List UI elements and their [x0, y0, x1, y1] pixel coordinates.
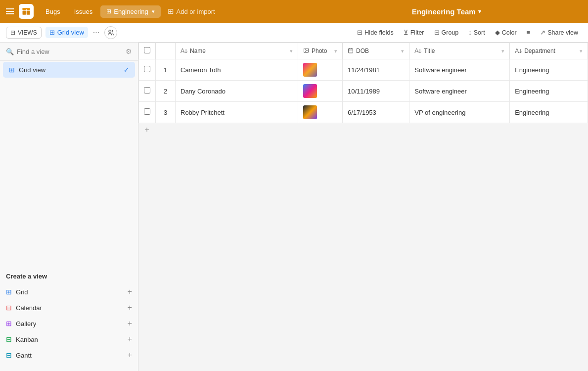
dob-cell[interactable]: 6/17/1953: [343, 102, 409, 123]
top-tabs: Bugs Issues ⊞ Engineering ▾ ⊞ Add or imp…: [40, 4, 311, 18]
table-header-row: Aↆ Name ▾ Photo ▾: [139, 43, 588, 59]
dob-cell[interactable]: 10/11/1989: [343, 81, 409, 102]
table-row[interactable]: 2 Dany Coronado 10/11/1989 Software engi…: [139, 81, 588, 102]
svg-text:▲: ▲: [25, 8, 27, 11]
dob-column-header[interactable]: DOB ▾: [343, 43, 409, 59]
calendar-create-icon: ⊟: [6, 304, 12, 312]
table-area: Aↆ Name ▾ Photo ▾: [138, 43, 588, 371]
collaborators-button[interactable]: [104, 26, 117, 39]
grid-view-icon: ⊞: [9, 66, 15, 74]
kanban-create-icon: ⊟: [6, 335, 12, 343]
toolbar: ⊟ VIEWS ⊞ Grid view ··· ⊟ Hide fields ⊻ …: [0, 23, 588, 43]
dob-cell[interactable]: 11/24/1981: [343, 59, 409, 81]
department-cell[interactable]: Engineering: [510, 59, 588, 81]
photo-thumbnail: [303, 63, 317, 77]
search-icon: 🔍: [6, 48, 14, 55]
row-checkbox[interactable]: [144, 87, 150, 93]
row-checkbox[interactable]: [144, 66, 150, 72]
create-grid-button[interactable]: ⊞ Grid +: [0, 284, 138, 300]
filter-button[interactable]: ⊻ Filter: [400, 26, 428, 39]
add-or-import-button[interactable]: ⊞ Add or import: [163, 4, 220, 18]
title-cell[interactable]: Software engineer: [409, 59, 510, 81]
share-icon: ↗: [540, 29, 545, 36]
grid-view-button[interactable]: ⊞ Grid view: [45, 27, 88, 38]
name-column-header[interactable]: Aↆ Name ▾: [176, 43, 298, 59]
plus-calendar-icon: +: [128, 303, 132, 312]
hamburger-menu-button[interactable]: [6, 8, 14, 14]
plus-gantt-icon: +: [128, 351, 132, 360]
title-cell[interactable]: VP of engineering: [409, 102, 510, 123]
name-col-chevron: ▾: [290, 48, 293, 54]
dept-col-chevron: ▾: [580, 48, 583, 54]
filter-icon: ⊻: [404, 29, 408, 36]
top-bar: ▲ Bugs Issues ⊞ Engineering ▾ ⊞ Add or i…: [0, 0, 588, 23]
checkbox-header[interactable]: [139, 43, 156, 59]
group-icon: ⊟: [434, 29, 440, 36]
photo-cell[interactable]: [298, 102, 343, 123]
dob-col-icon: [348, 47, 354, 55]
title-column-header[interactable]: Aↆ Title ▾: [409, 43, 510, 59]
plus-grid-icon: +: [128, 287, 132, 296]
row-number: 3: [156, 102, 176, 123]
tab-bugs[interactable]: Bugs: [40, 5, 66, 18]
title-chevron[interactable]: ▾: [478, 8, 481, 15]
sidebar-search-area: 🔍 ⚙: [0, 43, 138, 61]
name-cell[interactable]: Robby Pritchett: [176, 102, 298, 123]
department-cell[interactable]: Engineering: [510, 81, 588, 102]
dob-col-chevron: ▾: [401, 48, 404, 54]
row-checkbox[interactable]: [144, 108, 150, 115]
create-kanban-button[interactable]: ⊟ Kanban +: [0, 331, 138, 347]
row-height-icon: ≡: [527, 29, 531, 36]
photo-col-chevron: ▾: [334, 48, 337, 54]
add-icon: ⊞: [168, 7, 174, 16]
group-button[interactable]: ⊟ Group: [430, 26, 463, 39]
svg-point-5: [109, 30, 111, 32]
svg-rect-8: [349, 48, 353, 53]
name-cell[interactable]: Dany Coronado: [176, 81, 298, 102]
plus-gallery-icon: +: [128, 319, 132, 328]
row-checkbox-cell[interactable]: [139, 81, 156, 102]
sort-icon: ↕: [468, 29, 472, 36]
more-options-button[interactable]: ···: [90, 26, 102, 39]
row-number: 2: [156, 81, 176, 102]
color-button[interactable]: ◆ Color: [491, 26, 521, 39]
title-cell[interactable]: Software engineer: [409, 81, 510, 102]
tab-dropdown-chevron: ▾: [152, 8, 155, 15]
app-logo: ▲: [19, 4, 34, 19]
photo-col-icon: [303, 47, 309, 55]
row-height-button[interactable]: ≡: [523, 26, 535, 39]
row-checkbox-cell[interactable]: [139, 59, 156, 81]
table-row[interactable]: 1 Cameron Toth 11/24/1981 Software engin…: [139, 59, 588, 81]
photo-thumbnail: [303, 84, 317, 98]
name-cell[interactable]: Cameron Toth: [176, 59, 298, 81]
share-view-button[interactable]: ↗ Share view: [536, 26, 582, 39]
grid-create-icon: ⊞: [6, 288, 12, 296]
engineering-tab-icon: ⊞: [106, 8, 111, 15]
photo-thumbnail: [303, 105, 317, 119]
create-calendar-button[interactable]: ⊟ Calendar +: [0, 300, 138, 316]
tab-engineering[interactable]: ⊞ Engineering ▾: [100, 5, 160, 18]
search-input[interactable]: [17, 48, 123, 55]
create-view-title: Create a view: [0, 265, 138, 284]
hide-fields-button[interactable]: ⊟ Hide fields: [353, 26, 397, 39]
select-all-checkbox[interactable]: [144, 47, 150, 53]
department-column-header[interactable]: Aↆ Department ▾: [510, 43, 588, 59]
create-gantt-button[interactable]: ⊟ Gantt +: [0, 347, 138, 363]
row-checkbox-cell[interactable]: [139, 102, 156, 123]
sidebar-item-grid-view[interactable]: ⊞ Grid view ✓: [3, 62, 135, 78]
photo-column-header[interactable]: Photo ▾: [298, 43, 343, 59]
settings-icon[interactable]: ⚙: [126, 47, 132, 55]
views-icon: ⊟: [10, 29, 15, 36]
views-button[interactable]: ⊟ VIEWS: [6, 27, 42, 39]
photo-cell[interactable]: [298, 59, 343, 81]
plus-kanban-icon: +: [128, 335, 132, 344]
table-row[interactable]: 3 Robby Pritchett 6/17/1953 VP of engine…: [139, 102, 588, 123]
svg-rect-2: [27, 11, 30, 15]
tab-issues[interactable]: Issues: [68, 5, 99, 18]
page-title: Engineering Team ▾: [311, 7, 583, 16]
sort-button[interactable]: ↕ Sort: [464, 26, 489, 39]
add-row-button[interactable]: [138, 123, 588, 136]
photo-cell[interactable]: [298, 81, 343, 102]
department-cell[interactable]: Engineering: [510, 102, 588, 123]
create-gallery-button[interactable]: ⊞ Gallery +: [0, 316, 138, 331]
